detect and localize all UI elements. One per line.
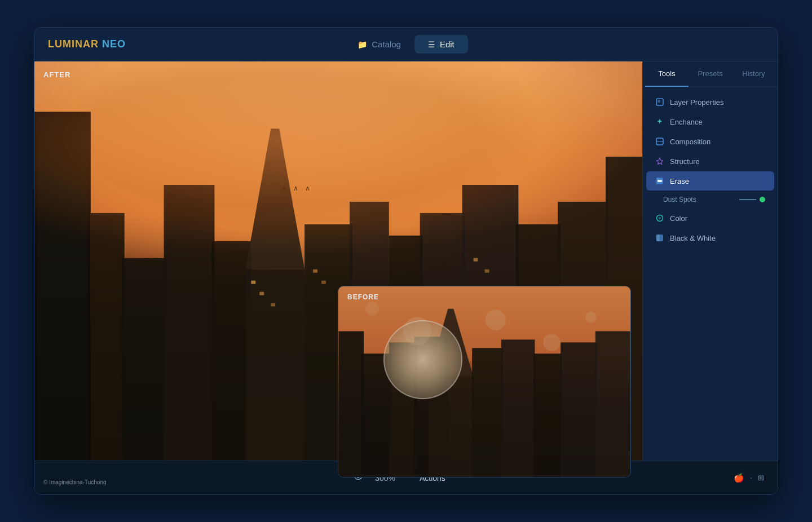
tools-panel: Tools Presets History Layer Properties [642, 61, 778, 494]
nav-tabs: 📁 Catalog ☰ Edit [344, 35, 468, 54]
svg-point-38 [543, 334, 560, 351]
tool-list: Layer Properties Enchance Composition [643, 87, 778, 494]
svg-rect-22 [485, 269, 489, 273]
tab-catalog[interactable]: 📁 Catalog [344, 35, 414, 54]
svg-text:∧ ∧ ∧: ∧ ∧ ∧ [282, 184, 312, 192]
magnifier-circle [383, 320, 462, 399]
titlebar: LUMINAR NEO 📁 Catalog ☰ Edit [34, 28, 778, 61]
before-label: BEFORE [347, 293, 379, 301]
tab-edit[interactable]: ☰ Edit [414, 35, 468, 54]
svg-rect-19 [313, 269, 317, 273]
main-content: ∧ ∧ ∧ AFTER © Imaginechina-Tuchong [34, 61, 778, 494]
dust-line [739, 199, 756, 200]
logo-luminar: LUMINAR [48, 38, 99, 50]
tab-presets[interactable]: Presets [689, 61, 732, 87]
svg-point-37 [486, 310, 506, 330]
svg-rect-32 [501, 339, 535, 477]
svg-rect-4 [164, 185, 215, 494]
svg-rect-35 [595, 331, 630, 477]
svg-rect-25 [339, 331, 364, 477]
svg-rect-17 [259, 292, 264, 295]
svg-point-48 [659, 217, 661, 219]
svg-rect-20 [321, 281, 326, 284]
before-panel: BEFORE [338, 286, 631, 477]
layer-properties-icon [655, 98, 664, 107]
tool-item-layer-properties[interactable]: Layer Properties [646, 92, 774, 112]
edit-label: Edit [440, 39, 454, 49]
tool-item-enchance[interactable]: Enchance [646, 112, 774, 131]
catalog-icon: 📁 [358, 40, 367, 49]
panel-tabs: Tools Presets History [643, 61, 778, 87]
windows-icon: ⊞ [758, 474, 764, 482]
separator: · [750, 473, 752, 483]
edit-icon: ☰ [428, 40, 435, 49]
svg-rect-42 [657, 100, 660, 103]
structure-icon [655, 157, 664, 166]
tool-item-structure[interactable]: Structure [646, 152, 774, 171]
erase-icon [655, 176, 664, 185]
bottom-right: 🍎 · ⊞ [651, 473, 764, 483]
tool-item-color[interactable]: Color [646, 209, 774, 228]
svg-rect-46 [657, 180, 662, 182]
svg-point-40 [585, 312, 597, 323]
before-image: BEFORE [338, 286, 630, 477]
dust-spots-item[interactable]: Dust Spots [646, 191, 774, 208]
svg-rect-1 [37, 117, 88, 494]
logo-neo: NEO [102, 38, 126, 50]
svg-rect-31 [472, 348, 503, 477]
svg-rect-3 [122, 258, 167, 494]
svg-rect-21 [474, 258, 478, 262]
tool-item-black-and-white[interactable]: Black & White [646, 228, 774, 247]
copyright-text: © Imaginechina-Tuchong [43, 479, 107, 485]
tool-item-erase[interactable]: Erase [646, 171, 774, 191]
before-image-svg [338, 286, 630, 477]
svg-rect-33 [533, 353, 562, 477]
dust-indicator [739, 197, 765, 202]
svg-rect-5 [211, 241, 251, 494]
black-white-icon [655, 233, 664, 242]
apple-icon: 🍎 [734, 473, 744, 483]
dust-dot [760, 197, 765, 202]
svg-rect-16 [251, 281, 255, 284]
after-label: AFTER [43, 70, 70, 79]
svg-rect-18 [271, 303, 275, 307]
canvas-area[interactable]: ∧ ∧ ∧ AFTER © Imaginechina-Tuchong [34, 61, 642, 494]
svg-point-39 [365, 302, 379, 316]
app-window: LUMINAR NEO 📁 Catalog ☰ Edit [34, 27, 778, 495]
svg-rect-2 [91, 213, 125, 494]
tool-item-composition[interactable]: Composition [646, 132, 774, 151]
tab-tools[interactable]: Tools [645, 61, 689, 87]
svg-rect-34 [561, 342, 597, 477]
tab-history[interactable]: History [732, 61, 775, 87]
svg-marker-6 [245, 129, 304, 269]
catalog-label: Catalog [372, 39, 401, 49]
logo: LUMINAR NEO [48, 38, 126, 50]
composition-icon [655, 137, 664, 146]
color-icon [655, 214, 664, 223]
enchance-icon [655, 117, 664, 126]
svg-rect-50 [656, 235, 660, 241]
